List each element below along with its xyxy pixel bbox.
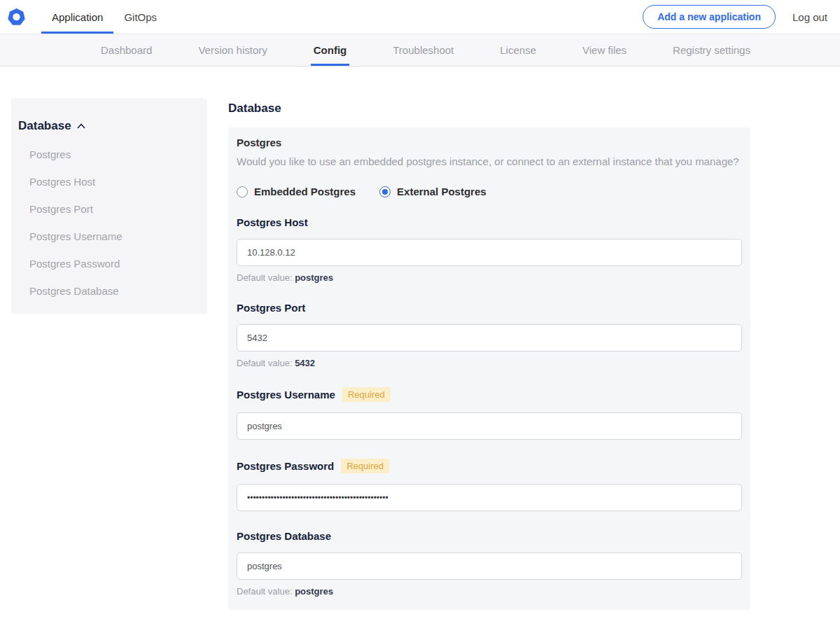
field-postgres-password: Postgres Password Required	[237, 459, 742, 511]
database-config-card: Postgres Would you like to use an embedd…	[228, 127, 750, 610]
config-sidebar: Database Postgres Postgres Host Postgres…	[11, 98, 207, 314]
chevron-up-icon	[77, 123, 85, 129]
app-logo[interactable]	[0, 0, 41, 34]
sidebar-item-postgres-password[interactable]: Postgres Password	[18, 258, 200, 270]
tab-registry-settings[interactable]: Registry settings	[670, 34, 753, 66]
logout-button[interactable]: Log out	[792, 11, 827, 23]
default-value-hint: Default value: 5432	[237, 358, 742, 368]
field-postgres-host: Postgres Host Default value: postgres	[237, 216, 742, 283]
radio-external-postgres[interactable]: External Postgres	[379, 186, 486, 197]
radio-label: External Postgres	[397, 186, 486, 197]
postgres-radio-row: Embedded Postgres External Postgres	[237, 186, 742, 197]
sidebar-item-postgres[interactable]: Postgres	[18, 148, 200, 160]
default-value-hint: Default value: postgres	[237, 586, 742, 597]
postgres-port-input[interactable]	[237, 324, 742, 352]
field-label: Postgres Password	[237, 460, 334, 472]
config-main: Database Postgres Would you like to use …	[228, 67, 750, 619]
sidebar-item-postgres-port[interactable]: Postgres Port	[18, 203, 200, 215]
sidebar-group-label: Database	[18, 119, 71, 133]
app-subnav: Dashboard Version history Config Trouble…	[0, 34, 840, 67]
sidebar-item-postgres-database[interactable]: Postgres Database	[18, 285, 200, 297]
default-value-hint: Default value: postgres	[237, 272, 742, 283]
tab-license[interactable]: License	[497, 34, 539, 66]
postgres-host-input[interactable]	[237, 239, 742, 266]
postgres-group: Postgres Would you like to use an embedd…	[237, 137, 742, 197]
field-label: Postgres Host	[237, 216, 308, 228]
field-label: Postgres Port	[237, 302, 305, 314]
sidebar-item-postgres-host[interactable]: Postgres Host	[18, 176, 200, 188]
field-label: Postgres Database	[237, 530, 331, 542]
radio-unchecked-icon	[237, 186, 248, 197]
page-title: Database	[228, 102, 750, 116]
field-label: Postgres Username	[237, 389, 335, 401]
tab-version-history[interactable]: Version history	[195, 34, 270, 66]
tab-config[interactable]: Config	[311, 34, 349, 66]
app-logo-icon	[7, 8, 26, 27]
postgres-username-input[interactable]	[237, 412, 742, 440]
radio-embedded-postgres[interactable]: Embedded Postgres	[237, 186, 356, 197]
tab-troubleshoot[interactable]: Troubleshoot	[390, 34, 456, 66]
radio-label: Embedded Postgres	[254, 186, 356, 197]
tab-gitops[interactable]: GitOps	[113, 0, 167, 34]
tab-dashboard[interactable]: Dashboard	[98, 34, 155, 66]
top-nav: Application GitOps	[41, 0, 167, 34]
required-badge: Required	[342, 387, 391, 402]
tab-application[interactable]: Application	[41, 0, 113, 34]
field-postgres-database: Postgres Database Default value: postgre…	[237, 530, 742, 597]
group-help-text: Would you like to use an embedded postgr…	[237, 155, 742, 167]
group-label: Postgres	[237, 137, 742, 148]
postgres-database-input[interactable]	[237, 552, 742, 580]
tab-view-files[interactable]: View files	[580, 34, 629, 66]
required-badge: Required	[341, 459, 389, 473]
add-application-button[interactable]: Add a new application	[643, 5, 776, 29]
config-page: Database Postgres Postgres Host Postgres…	[0, 67, 840, 619]
sidebar-group-database[interactable]: Database	[18, 119, 200, 133]
radio-checked-icon	[379, 186, 391, 197]
topbar-right: Add a new application Log out	[643, 0, 840, 34]
top-bar: Application GitOps Add a new application…	[0, 0, 840, 34]
sidebar-item-postgres-username[interactable]: Postgres Username	[18, 230, 200, 242]
field-postgres-port: Postgres Port Default value: 5432	[237, 302, 742, 368]
postgres-password-input[interactable]	[237, 484, 742, 511]
field-postgres-username: Postgres Username Required	[237, 387, 742, 440]
